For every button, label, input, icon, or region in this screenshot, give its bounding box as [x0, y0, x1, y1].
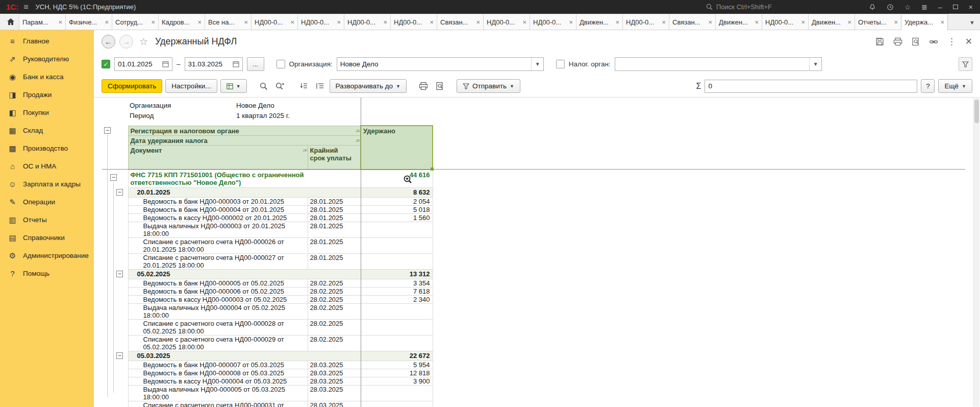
- tab[interactable]: Удержа... ×: [901, 14, 948, 30]
- global-search[interactable]: Поиск Ctrl+Shift+F: [706, 0, 772, 14]
- sidebar-item-catalogs[interactable]: ▤ Справочники: [0, 229, 94, 247]
- tab[interactable]: Связан... ×: [669, 14, 716, 30]
- print-icon[interactable]: [893, 37, 902, 46]
- tab[interactable]: НД00-0... ×: [344, 14, 391, 30]
- header-document[interactable]: Документ ↓≡: [128, 145, 308, 170]
- favorite-star-icon[interactable]: ☆: [139, 36, 148, 47]
- organization-combo[interactable]: Новое Дело ▼: [337, 57, 544, 71]
- tab[interactable]: НД00-0... ×: [483, 14, 530, 30]
- tab-close-icon[interactable]: ×: [847, 19, 851, 26]
- period-variants-button[interactable]: ...: [247, 57, 264, 71]
- sidebar-item-warehouse[interactable]: ▦ Склад: [0, 122, 94, 139]
- organization-checkbox[interactable]: [277, 60, 285, 68]
- tab-close-icon[interactable]: ×: [151, 19, 155, 26]
- find-button[interactable]: [257, 80, 270, 93]
- table-row-document[interactable]: Ведомость в кассу НД00-000003 от 05.02.2…: [102, 295, 433, 303]
- tab[interactable]: НД00-0... ×: [622, 14, 669, 30]
- tab-close-icon[interactable]: ×: [940, 19, 944, 26]
- table-row-document[interactable]: Ведомость в банк НД00-000008 от 05.03.20…: [102, 369, 433, 377]
- tax-authority-checkbox[interactable]: [556, 60, 565, 68]
- forward-button[interactable]: →: [119, 35, 133, 49]
- table-row-document[interactable]: Ведомость в банк НД00-000003 от 20.01.20…: [102, 197, 433, 205]
- favorites-icon[interactable]: ☆: [904, 4, 911, 11]
- sort-icon[interactable]: ↓≡: [355, 127, 359, 135]
- tab[interactable]: Сотруд... ×: [112, 14, 159, 30]
- history-icon[interactable]: [887, 4, 894, 11]
- sidebar-item-sales[interactable]: ◨ Продажи: [0, 86, 94, 104]
- send-button[interactable]: Отправить ▼: [457, 79, 520, 93]
- table-row-document[interactable]: Ведомость в банк НД00-000005 от 05.02.20…: [102, 279, 433, 287]
- tab-close-icon[interactable]: ×: [337, 19, 341, 26]
- tab-close-icon[interactable]: ×: [105, 19, 109, 26]
- generate-button[interactable]: Сформировать: [102, 79, 162, 93]
- tab[interactable]: Все на... ×: [205, 14, 252, 30]
- collapse-fns-icon[interactable]: −: [110, 174, 117, 181]
- sidebar-item-menu[interactable]: ≡ Главное: [0, 32, 94, 50]
- table-row-document[interactable]: Списание с расчетного счета НД00-000029 …: [102, 335, 433, 351]
- tab-close-icon[interactable]: ×: [662, 19, 666, 26]
- print-preview-icon[interactable]: [912, 37, 920, 46]
- more-actions-icon[interactable]: ⋮: [947, 37, 956, 46]
- header-deadline[interactable]: Крайний срок уплаты: [308, 145, 361, 170]
- print-report-button[interactable]: [417, 80, 430, 93]
- table-row-document[interactable]: Ведомость в банк НД00-000006 от 05.02.20…: [102, 287, 433, 295]
- total-value[interactable]: 44 616: [361, 170, 433, 187]
- sidebar-item-operations[interactable]: ✎ Операции: [0, 193, 94, 211]
- expand-to-button[interactable]: Разворачивать до ▼: [330, 79, 407, 93]
- collapse-groups-button[interactable]: [297, 80, 310, 93]
- tax-authority-combo[interactable]: ▼: [615, 57, 822, 71]
- chevron-down-icon[interactable]: ▼: [531, 58, 540, 70]
- cancel-find-button[interactable]: [273, 80, 287, 93]
- tab[interactable]: НД00-0... ×: [762, 14, 809, 30]
- period-checkbox[interactable]: ✓: [102, 60, 110, 68]
- tab-close-icon[interactable]: ×: [430, 19, 434, 26]
- table-row-document[interactable]: Ведомость в кассу НД00-000004 от 05.03.2…: [102, 377, 433, 385]
- scrollbar-thumb[interactable]: [974, 100, 979, 123]
- table-row-document[interactable]: Ведомость в банк НД00-000007 от 05.03.20…: [102, 361, 433, 369]
- sidebar-item-reports[interactable]: ▥ Отчеты: [0, 211, 94, 229]
- tab-close-icon[interactable]: ×: [58, 19, 62, 26]
- tab[interactable]: НД00-0... ×: [297, 14, 344, 30]
- expand-groups-button[interactable]: [313, 80, 326, 93]
- tab[interactable]: НД00-0... ×: [390, 14, 437, 30]
- main-menu-icon[interactable]: ≡: [23, 3, 28, 11]
- sidebar-item-production[interactable]: ▩ Производство: [0, 139, 94, 157]
- tab-close-icon[interactable]: ×: [569, 19, 573, 26]
- sidebar-item-help[interactable]: ? Помощь: [0, 265, 94, 282]
- tab[interactable]: Движен... ×: [576, 14, 623, 30]
- collapse-group-icon[interactable]: −: [116, 352, 123, 359]
- filter-settings-button[interactable]: [959, 57, 972, 71]
- tab[interactable]: Движен... ×: [715, 14, 762, 30]
- table-row-document[interactable]: Списание с расчетного счета НД00-000031 …: [102, 401, 433, 407]
- autosum-field[interactable]: 0: [705, 80, 917, 93]
- sidebar-item-bank[interactable]: ◉ Банк и касса: [0, 68, 94, 86]
- minimize-icon[interactable]: –: [938, 4, 942, 11]
- sort-icon[interactable]: ↓≡: [355, 137, 359, 145]
- header-withheld-selected-cell[interactable]: Удержано: [361, 126, 433, 170]
- table-row-document[interactable]: Ведомость в кассу НД00-000002 от 20.01.2…: [102, 213, 433, 222]
- tab[interactable]: Движен... ×: [808, 14, 855, 30]
- report-variants-button[interactable]: ▼: [220, 79, 247, 93]
- sidebar-item-admin[interactable]: ⚙ Администрирование: [0, 247, 94, 265]
- home-tab[interactable]: [2, 14, 19, 30]
- tab[interactable]: Отчеты... ×: [855, 14, 901, 30]
- sidebar-item-salary[interactable]: ☺ Зарплата и кадры: [0, 175, 94, 193]
- collapse-group-icon[interactable]: −: [116, 189, 123, 196]
- table-row-document[interactable]: Выдача наличных НД00-000005 от 05.03.202…: [102, 385, 433, 401]
- table-row-document[interactable]: Ведомость в банк НД00-000004 от 20.01.20…: [102, 205, 433, 213]
- tab[interactable]: Физиче... ×: [65, 14, 112, 30]
- help-button[interactable]: ?: [921, 79, 935, 93]
- tab-close-icon[interactable]: ×: [197, 19, 202, 26]
- back-button[interactable]: ←: [102, 35, 115, 49]
- link-icon[interactable]: [929, 38, 938, 46]
- maximize-icon[interactable]: [953, 5, 958, 9]
- calendar-icon[interactable]: [233, 61, 239, 67]
- table-row-document[interactable]: Списание с расчетного счета НД00-000026 …: [102, 237, 433, 253]
- tab-close-icon[interactable]: ×: [708, 19, 712, 26]
- tab-close-icon[interactable]: ×: [244, 19, 248, 26]
- header-registration[interactable]: Регистрация в налоговом органе ↓≡: [128, 126, 361, 135]
- table-row-document[interactable]: Списание с расчетного счета НД00-000027 …: [102, 253, 433, 269]
- collapse-group-icon[interactable]: −: [116, 271, 123, 277]
- period-from-input[interactable]: 01.01.2025: [114, 57, 172, 71]
- tab-close-icon[interactable]: ×: [615, 19, 619, 26]
